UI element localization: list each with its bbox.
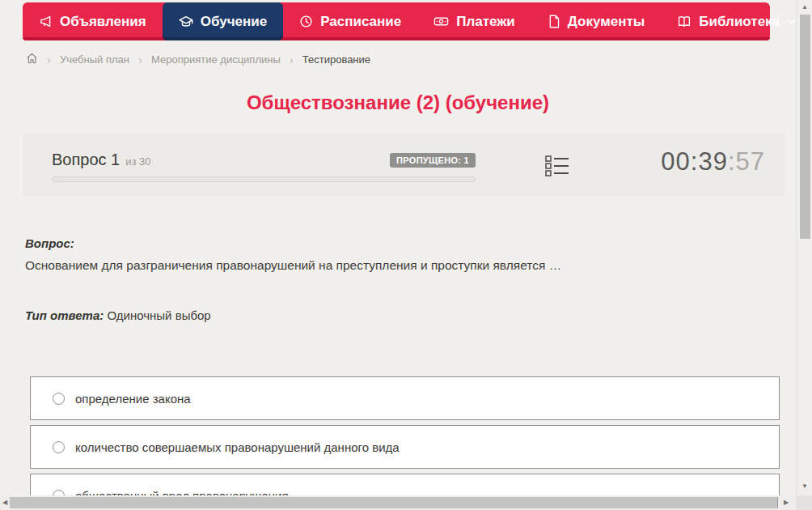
horizontal-scrollbar[interactable]: ◀ ▶ <box>0 495 796 510</box>
graduation-cap-icon <box>179 15 193 29</box>
question-progress-bar <box>52 176 476 182</box>
page-title: Обществознание (2) (обучение) <box>0 91 796 114</box>
radio-button[interactable] <box>53 393 65 405</box>
megaphone-icon <box>39 15 53 28</box>
breadcrumb-curriculum[interactable]: Учебный план <box>60 53 129 66</box>
nav-item-label: Платежи <box>456 14 515 30</box>
answer-option-label: количество совершаемых правонарушений да… <box>75 440 400 454</box>
question-text: Основанием для разграничения правонаруше… <box>25 258 777 273</box>
scroll-up-arrow[interactable]: ▲ <box>797 2 812 13</box>
nav-item-schedule[interactable]: Расписание <box>283 2 417 40</box>
answer-type-row: Тип ответа: Одиночный выбор <box>25 308 777 322</box>
vertical-scrollbar[interactable]: ▲ ▼ <box>796 0 812 510</box>
answer-options: определение закона количество совершаемы… <box>30 376 780 510</box>
answer-option-label: определение закона <box>75 392 191 406</box>
question-block: Вопрос: Основанием для разграничения пра… <box>25 236 777 322</box>
scroll-left-arrow[interactable]: ◀ <box>0 495 10 510</box>
nav-item-label: Библиотека <box>699 14 780 30</box>
nav-item-library[interactable]: Библиотека <box>661 2 796 40</box>
breadcrumb-discipline-event[interactable]: Мероприятие дисциплины <box>151 53 281 66</box>
timer-colon: : <box>728 147 736 176</box>
nav-item-label: Документы <box>568 14 645 30</box>
nav-item-label: Расписание <box>320 14 401 30</box>
breadcrumb-separator: › <box>138 53 142 66</box>
book-icon <box>677 15 691 28</box>
question-header-card: Вопрос 1 из 30 ПРОПУЩЕНО: 1 00:39:57 <box>23 134 785 196</box>
question-label: Вопрос: <box>25 236 777 250</box>
nav-item-payments[interactable]: Платежи <box>417 2 531 40</box>
nav-item-documents[interactable]: Документы <box>531 2 662 40</box>
question-progress-area: Вопрос 1 из 30 ПРОПУЩЕНО: 1 <box>52 151 476 182</box>
horizontal-scrollbar-thumb[interactable] <box>10 497 778 508</box>
content-viewport: Объявления Обучение Расписание Платежи Д… <box>0 0 796 510</box>
main-nav: Объявления Обучение Расписание Платежи Д… <box>23 2 770 40</box>
answer-option-1[interactable]: определение закона <box>30 376 780 420</box>
chevron-down-icon <box>787 19 796 25</box>
question-number: Вопрос 1 <box>52 151 120 169</box>
question-counter: из 30 <box>125 155 150 168</box>
clock-icon <box>299 15 313 28</box>
breadcrumb-separator: › <box>290 53 294 66</box>
breadcrumb-testing: Тестирование <box>302 53 370 66</box>
scroll-down-arrow[interactable]: ▼ <box>797 481 812 492</box>
breadcrumb-separator: › <box>47 53 51 66</box>
answer-type-value: Одиночный выбор <box>107 308 210 322</box>
document-icon <box>548 15 560 28</box>
vertical-scrollbar-thumb[interactable] <box>800 15 810 239</box>
timer-seconds: 57 <box>736 147 765 176</box>
question-list-button[interactable] <box>543 153 571 179</box>
nav-item-learning[interactable]: Обучение <box>163 2 283 40</box>
question-list-icon <box>543 168 571 181</box>
banknote-icon <box>433 15 449 28</box>
radio-button[interactable] <box>53 441 65 453</box>
nav-item-label: Объявления <box>60 14 146 30</box>
nav-item-announcements[interactable]: Объявления <box>23 2 163 40</box>
scrollbar-corner <box>796 495 812 510</box>
skipped-badge: ПРОПУЩЕНО: 1 <box>390 153 476 168</box>
timer: 00:39:57 <box>661 147 765 176</box>
nav-item-label: Обучение <box>201 14 267 30</box>
home-icon[interactable] <box>26 53 38 66</box>
answer-option-2[interactable]: количество совершаемых правонарушений да… <box>30 425 780 469</box>
breadcrumb: › Учебный план › Мероприятие дисциплины … <box>26 50 370 68</box>
timer-hours-minutes: 00:39 <box>661 147 728 176</box>
scroll-right-arrow[interactable]: ▶ <box>781 495 791 510</box>
answer-type-label: Тип ответа: <box>25 308 104 322</box>
